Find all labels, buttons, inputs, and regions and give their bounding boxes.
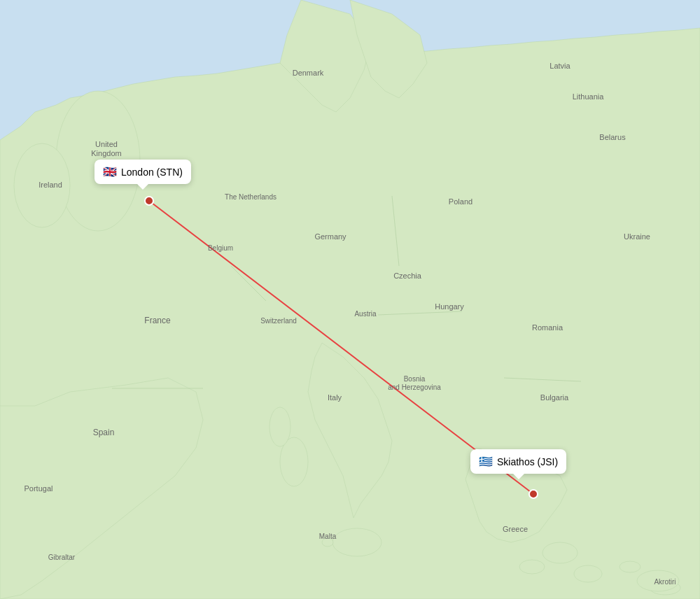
italy-label: Italy xyxy=(328,393,342,402)
belgium-label: Belgium xyxy=(208,244,233,252)
map-container: Ireland United Kingdom Denmark Latvia Li… xyxy=(0,0,700,599)
svg-point-8 xyxy=(574,565,602,582)
greece-label: Greece xyxy=(503,525,528,533)
svg-point-9 xyxy=(620,561,640,572)
france-label: France xyxy=(144,316,171,325)
romania-label: Romania xyxy=(532,323,564,332)
uk-label-2: Kingdom xyxy=(91,149,121,157)
spain-label: Spain xyxy=(93,428,115,437)
svg-point-3 xyxy=(332,528,382,556)
portugal-label: Portugal xyxy=(24,484,53,493)
bulgaria-label: Bulgaria xyxy=(540,393,569,402)
ukraine-label: Ukraine xyxy=(624,232,650,241)
poland-label: Poland xyxy=(449,197,472,206)
svg-point-6 xyxy=(542,542,578,563)
uk-label-1: United xyxy=(95,140,118,148)
bosnia-label-1: Bosnia xyxy=(404,375,426,383)
london-label: London (STN) xyxy=(121,167,183,178)
austria-label: Austria xyxy=(354,310,377,318)
netherlands-label: The Netherlands xyxy=(225,193,276,201)
skiathos-flag: 🇬🇷 xyxy=(479,455,493,468)
london-dot xyxy=(145,197,153,205)
latvia-label: Latvia xyxy=(550,62,570,70)
skiathos-dot xyxy=(529,490,538,498)
ireland-label: Ireland xyxy=(38,181,62,189)
london-flag: 🇬🇧 xyxy=(103,165,117,178)
map-svg: Ireland United Kingdom Denmark Latvia Li… xyxy=(0,0,700,599)
belarus-label: Belarus xyxy=(599,133,626,141)
skiathos-tooltip: 🇬🇷 Skiathos (JSI) xyxy=(470,449,566,474)
hungary-label: Hungary xyxy=(435,302,464,311)
gibraltar-label: Gibraltar xyxy=(48,554,76,561)
malta-label: Malta xyxy=(319,533,337,540)
czechia-label: Czechia xyxy=(393,272,422,280)
switzerland-label: Switzerland xyxy=(260,317,297,325)
lithuania-label: Lithuania xyxy=(573,92,605,101)
skiathos-label: Skiathos (JSI) xyxy=(497,456,558,467)
svg-point-5 xyxy=(270,407,290,446)
akrotiri-label: Akrotiri xyxy=(654,578,676,586)
london-tooltip: 🇬🇧 London (STN) xyxy=(94,160,191,184)
svg-point-7 xyxy=(519,560,545,574)
germany-label: Germany xyxy=(314,232,346,241)
denmark-label: Denmark xyxy=(293,69,324,77)
bosnia-label-2: and Herzegovina xyxy=(388,383,441,391)
